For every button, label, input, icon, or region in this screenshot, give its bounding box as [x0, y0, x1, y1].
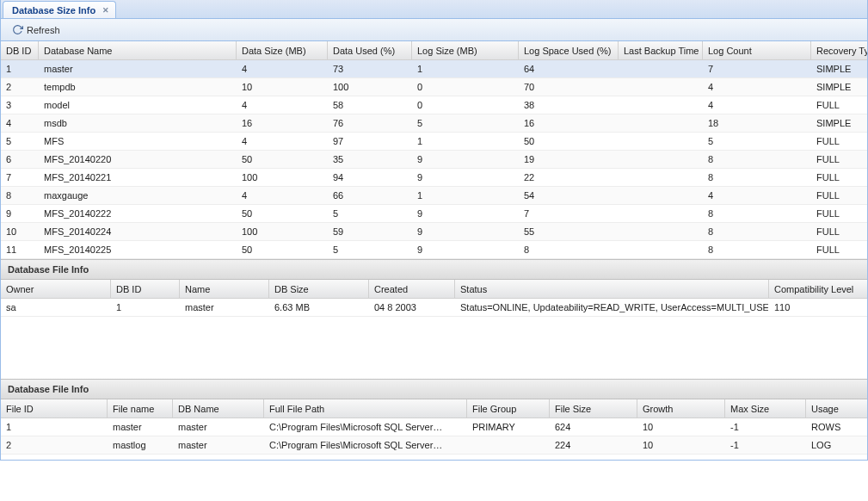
table-cell: 8	[519, 241, 619, 258]
close-icon[interactable]: ✕	[101, 5, 110, 15]
table-row[interactable]: sa1master6.63 MB04 8 2003Status=ONLINE, …	[1, 299, 867, 317]
table-cell: 9	[1, 205, 39, 222]
table-cell	[619, 133, 703, 150]
table-cell: 110	[769, 299, 867, 316]
table-cell: 8	[703, 205, 811, 222]
table-cell	[619, 60, 703, 77]
col-header[interactable]: DB Name	[173, 399, 264, 418]
col-header[interactable]: Database Name	[39, 41, 237, 59]
table-row[interactable]: 2tempdb101000704SIMPLE	[1, 78, 867, 96]
table-row[interactable]: 2mastlogmasterC:\Program Files\Microsoft…	[1, 436, 867, 455]
col-header[interactable]: File name	[108, 399, 173, 418]
table-cell: 50	[237, 151, 328, 168]
table-row[interactable]: 10MFS_20140224100599558FULL	[1, 223, 867, 241]
table-cell: 4	[703, 78, 811, 96]
table-cell: 5	[703, 133, 811, 150]
col-header[interactable]: Log Space Used (%)	[519, 41, 619, 59]
table-cell: 16	[519, 114, 619, 132]
table-cell: 8	[703, 241, 811, 258]
table-row[interactable]: 6MFS_2014022050359198FULL	[1, 151, 867, 169]
col-header[interactable]: Log Size (MB)	[412, 41, 519, 59]
table-cell: 0	[412, 78, 519, 96]
col-header[interactable]: Status	[455, 280, 769, 298]
table-cell: 64	[519, 60, 619, 77]
table-cell: FULL	[811, 133, 867, 150]
col-header[interactable]: DB ID	[111, 280, 180, 298]
table-cell: mastlog	[108, 436, 173, 454]
col-header[interactable]: DB Size	[269, 280, 369, 298]
col-header[interactable]: File ID	[1, 399, 108, 418]
col-header[interactable]: Data Size (MB)	[237, 41, 328, 59]
table-cell: master	[173, 436, 264, 454]
table-cell: 5	[328, 205, 412, 222]
col-header[interactable]: Data Used (%)	[328, 41, 412, 59]
table-row[interactable]: 11MFS_20140225505988FULL	[1, 241, 867, 259]
table-cell: 5	[328, 241, 412, 258]
table-cell: FULL	[811, 241, 867, 258]
col-header[interactable]: Log Count	[703, 41, 811, 59]
grid-c-headers: File ID File name DB Name Full File Path…	[1, 399, 867, 418]
table-cell: MFS_20140221	[39, 169, 237, 186]
col-header[interactable]: Last Backup Time	[619, 41, 703, 59]
table-cell: -1	[725, 418, 806, 436]
grid-a-body: 1master4731647SIMPLE2tempdb101000704SIMP…	[1, 60, 867, 259]
panel-b-title: Database File Info	[8, 264, 89, 275]
table-cell: 4	[237, 133, 328, 150]
table-cell: C:\Program Files\Microsoft SQL Server…	[264, 436, 467, 454]
table-cell: ROWS	[806, 418, 867, 436]
table-cell: 224	[550, 436, 637, 454]
table-row[interactable]: 7MFS_20140221100949228FULL	[1, 169, 867, 187]
table-cell: 100	[237, 169, 328, 186]
col-header[interactable]: Compatibility Level	[769, 280, 867, 298]
col-header[interactable]: Recovery Type	[811, 41, 867, 59]
table-cell: SIMPLE	[811, 60, 867, 77]
table-row[interactable]: 4msdb167651618SIMPLE	[1, 114, 867, 133]
table-row[interactable]: 3model4580384FULL	[1, 96, 867, 114]
table-cell: 22	[519, 169, 619, 186]
table-cell: 35	[328, 151, 412, 168]
tab-database-size-info[interactable]: Database Size Info ✕	[3, 1, 116, 18]
table-cell: 9	[412, 241, 519, 258]
col-header[interactable]: Owner	[1, 280, 111, 298]
col-header[interactable]: DB ID	[1, 41, 39, 59]
col-header[interactable]: Usage	[806, 399, 867, 418]
table-row[interactable]: 5MFS4971505FULL	[1, 133, 867, 151]
toolbar: Refresh	[1, 19, 867, 41]
table-cell: 10	[237, 78, 328, 96]
table-cell: 8	[703, 151, 811, 168]
panel-b-header: Database File Info	[1, 259, 867, 280]
table-cell: 2	[1, 436, 108, 454]
col-header[interactable]: File Group	[467, 399, 550, 418]
table-row[interactable]: 8maxgauge4661544FULL	[1, 187, 867, 205]
table-cell: FULL	[811, 96, 867, 114]
refresh-button[interactable]: Refresh	[6, 22, 65, 39]
tab-bar: Database Size Info ✕	[1, 0, 867, 19]
col-header[interactable]: Growth	[637, 399, 725, 418]
table-cell: 0	[412, 96, 519, 114]
table-cell: 7	[519, 205, 619, 222]
table-cell: 624	[550, 418, 637, 436]
col-header[interactable]: Full File Path	[264, 399, 467, 418]
col-header[interactable]: Max Size	[725, 399, 806, 418]
table-cell	[619, 96, 703, 114]
table-cell: 4	[703, 187, 811, 204]
table-cell: 6	[1, 151, 39, 168]
col-header[interactable]: File Size	[550, 399, 637, 418]
table-cell: 1	[412, 60, 519, 77]
table-cell: 54	[519, 187, 619, 204]
table-cell: MFS_20140224	[39, 223, 237, 240]
table-cell: 7	[1, 169, 39, 186]
table-row[interactable]: 1mastermasterC:\Program Files\Microsoft …	[1, 418, 867, 436]
grid-c-body: 1mastermasterC:\Program Files\Microsoft …	[1, 418, 867, 455]
table-cell: 76	[328, 114, 412, 132]
table-cell: sa	[1, 299, 111, 316]
table-cell: master	[108, 418, 173, 436]
table-cell: 55	[519, 223, 619, 240]
col-header[interactable]: Name	[180, 280, 269, 298]
col-header[interactable]: Created	[369, 280, 455, 298]
table-row[interactable]: 1master4731647SIMPLE	[1, 60, 867, 78]
table-cell	[619, 169, 703, 186]
table-row[interactable]: 9MFS_20140222505978FULL	[1, 205, 867, 223]
table-cell: C:\Program Files\Microsoft SQL Server…	[264, 418, 467, 436]
table-cell: 10	[637, 436, 725, 454]
